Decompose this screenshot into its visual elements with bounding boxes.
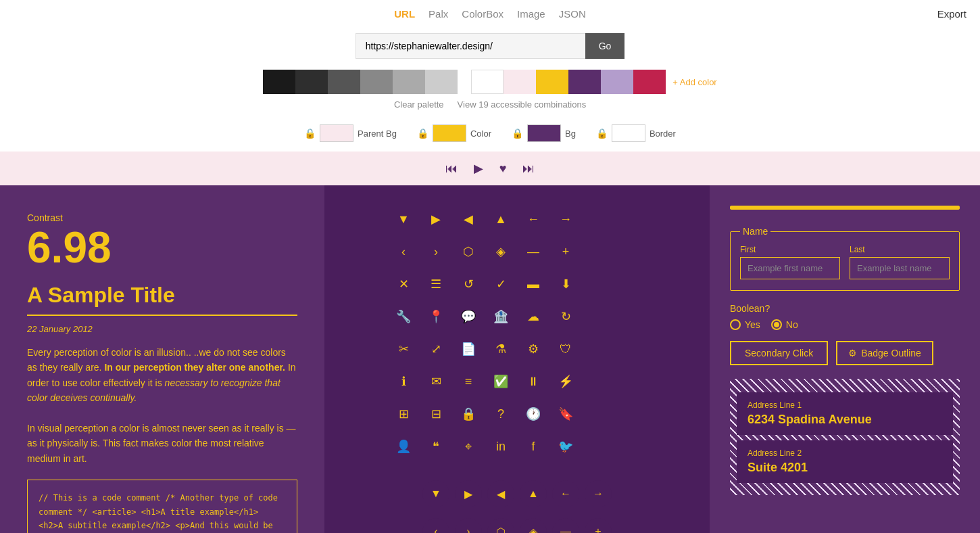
name-legend: Name <box>740 226 770 237</box>
color-swatch[interactable] <box>433 124 466 142</box>
icon-empty-2 <box>617 206 644 233</box>
icon-close: ✕ <box>390 271 417 298</box>
config-border: 🔒 Border <box>596 124 676 142</box>
swatch-7[interactable] <box>504 70 536 94</box>
nav-palx[interactable]: Palx <box>428 8 448 20</box>
top-nav: URL Palx ColorBox Image JSON Export <box>0 0 980 28</box>
badge-outline-button[interactable]: ⚙ Badge Outline <box>836 341 933 365</box>
address2-label: Address Line 2 <box>748 448 942 458</box>
icon-empty-12 <box>617 368 644 395</box>
swatch-8[interactable] <box>536 70 568 94</box>
color-config-row: 🔒 Parent Bg 🔒 Color 🔒 Bg 🔒 Border <box>0 118 980 152</box>
sample-text: Every perception of color is an illusion… <box>27 345 297 466</box>
nav-colorbox[interactable]: ColorBox <box>462 8 504 20</box>
progress-bar-fill <box>730 206 960 210</box>
icon-empty-15 <box>585 433 612 460</box>
swatch-2[interactable] <box>328 70 360 94</box>
code-block: // This is a code comment /* Another typ… <box>27 480 297 533</box>
swatch-9[interactable] <box>568 70 601 94</box>
url-input[interactable] <box>356 33 585 59</box>
contrast-value: 6.98 <box>27 226 297 269</box>
icon-lightning: ⚡ <box>552 368 579 395</box>
border-label: Border <box>650 129 676 139</box>
player-play[interactable]: ▶ <box>474 161 483 176</box>
player-row: ⏮ ▶ ♥ ⏭ <box>0 152 980 185</box>
sample-title: A Sample Title <box>27 283 297 308</box>
url-bar-section: Go <box>0 33 980 59</box>
player-favorite[interactable]: ♥ <box>499 162 507 176</box>
swatch-4[interactable] <box>393 70 425 94</box>
circle-icon-6: ‹ <box>422 518 449 533</box>
icon-wrench: 🔧 <box>390 303 417 330</box>
player-next-end[interactable]: ⏭ <box>522 162 535 176</box>
icon-arrow-left-solid: ◀ <box>455 206 482 233</box>
middle-panel: ▼ ▶ ◀ ▲ ← → ‹ › ⬡ ◈ — + ✕ ☰ ↺ ✓ ▬ ⬇ <box>324 185 710 533</box>
icon-doc: 📄 <box>455 335 482 363</box>
address-section: Address Line 1 6234 Spadina Avenue Addre… <box>737 392 953 483</box>
circle-icon-1: ▶ <box>455 480 482 507</box>
radio-yes-outer <box>730 319 741 330</box>
first-name-group: First <box>740 245 840 279</box>
icon-empty-5 <box>585 271 612 298</box>
icon-empty-13 <box>585 400 612 427</box>
parent-bg-swatch[interactable] <box>320 124 353 142</box>
badge-icon: ⚙ <box>848 348 857 358</box>
clear-palette-link[interactable]: Clear palette <box>394 99 444 110</box>
lock-icon-2: 🔒 <box>512 128 523 139</box>
icon-table: ⊟ <box>422 400 449 427</box>
icon-cloud-upload: ☁ <box>520 303 547 330</box>
icon-plus: + <box>552 238 579 265</box>
icon-grid-top: ▼ ▶ ◀ ▲ ← → ‹ › ⬡ ◈ — + ✕ ☰ ↺ ✓ ▬ ⬇ <box>390 206 644 460</box>
add-color-button[interactable]: + Add color <box>672 77 716 87</box>
config-bg: 🔒 Bg <box>512 124 576 142</box>
last-name-input[interactable] <box>850 257 950 279</box>
go-button[interactable]: Go <box>585 33 625 59</box>
circle-icon-8: ⬡ <box>487 518 514 533</box>
view-accessible-link[interactable]: View 19 accessible combinations <box>458 99 587 110</box>
icon-question: ? <box>487 400 514 427</box>
swatch-11[interactable] <box>633 70 666 94</box>
export-button[interactable]: Export <box>937 8 966 20</box>
radio-no[interactable]: No <box>771 319 798 330</box>
icon-empty-3 <box>585 238 612 265</box>
border-swatch[interactable] <box>612 124 645 142</box>
icon-scissors: ✂ <box>390 335 417 363</box>
nav-json[interactable]: JSON <box>559 8 586 20</box>
icon-location: 📍 <box>422 303 449 330</box>
swatch-0[interactable] <box>263 70 295 94</box>
swatch-5[interactable] <box>425 70 458 94</box>
player-prev-start[interactable]: ⏮ <box>445 162 458 176</box>
swatch-10[interactable] <box>601 70 633 94</box>
icon-mail: ✉ <box>422 368 449 395</box>
nav-url[interactable]: URL <box>394 8 415 20</box>
swatch-3[interactable] <box>360 70 393 94</box>
icon-empty-10 <box>617 335 644 363</box>
swatches-section: + Add color <box>0 70 980 94</box>
icon-download: ⬇ <box>552 271 579 298</box>
secondary-click-button[interactable]: Secondary Click <box>730 341 828 365</box>
bottom-icon-row-2: ‹ › ⬡ ◈ — + <box>422 518 612 533</box>
radio-yes-label: Yes <box>745 319 760 330</box>
hatched-background: Address Line 1 6234 Spadina Avenue Addre… <box>730 379 960 495</box>
circle-icon-7: › <box>455 518 482 533</box>
swatch-1[interactable] <box>295 70 328 94</box>
icon-credit-card: ▬ <box>520 271 547 298</box>
badge-label: Badge Outline <box>861 348 921 358</box>
boolean-label: Boolean? <box>730 303 960 314</box>
icon-lock: 🔒 <box>455 400 482 427</box>
bg-swatch[interactable] <box>527 124 561 142</box>
name-fieldset: Name First Last <box>730 226 960 291</box>
first-name-input[interactable] <box>740 257 840 279</box>
icon-fullscreen: ⤢ <box>422 335 449 363</box>
icon-empty-4 <box>617 238 644 265</box>
icon-bookmark: 🔖 <box>552 400 579 427</box>
nav-image[interactable]: Image <box>517 8 545 20</box>
icon-empty-9 <box>585 335 612 363</box>
icon-shield: 🛡 <box>552 335 579 363</box>
radio-yes[interactable]: Yes <box>730 319 760 330</box>
icon-empty-1 <box>585 206 612 233</box>
radio-no-inner <box>774 322 779 327</box>
swatch-6[interactable] <box>471 70 504 94</box>
light-swatches <box>471 70 666 94</box>
icon-sitemap: ⊞ <box>390 400 417 427</box>
